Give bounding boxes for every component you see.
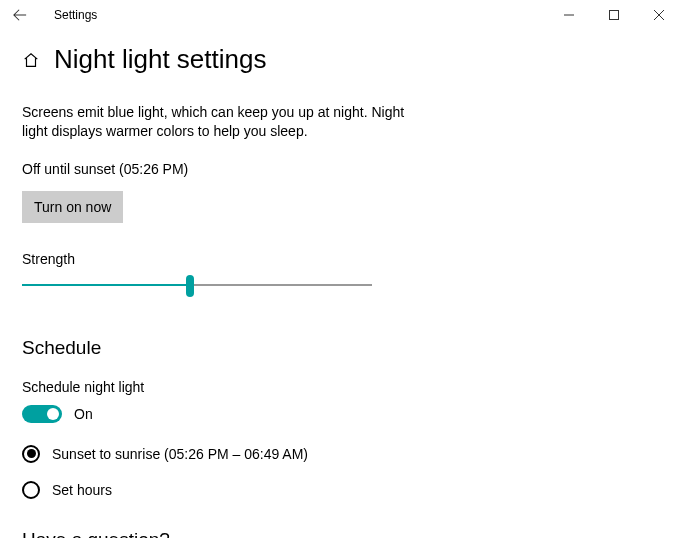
minimize-button[interactable] [546,0,591,30]
back-arrow-icon [13,8,27,22]
schedule-toggle-row: On [22,405,659,423]
strength-label: Strength [22,251,659,267]
radio-set-hours-label: Set hours [52,482,112,498]
window-title: Settings [40,8,97,22]
toggle-knob [47,408,59,420]
schedule-toggle-label: Schedule night light [22,379,659,395]
maximize-icon [609,10,619,20]
page-header: Night light settings [22,44,659,75]
radio-sunset-row[interactable]: Sunset to sunrise (05:26 PM – 06:49 AM) [22,445,659,463]
slider-fill [22,284,190,286]
radio-set-hours[interactable] [22,481,40,499]
page-title: Night light settings [54,44,266,75]
home-icon[interactable] [22,51,40,69]
slider-thumb[interactable] [186,275,194,297]
close-button[interactable] [636,0,681,30]
content-area: Night light settings Screens emit blue l… [0,44,681,538]
status-text: Off until sunset (05:26 PM) [22,161,659,177]
radio-sunset[interactable] [22,445,40,463]
back-button[interactable] [0,0,40,30]
schedule-toggle[interactable] [22,405,62,423]
close-icon [654,10,664,20]
window-controls [546,0,681,30]
help-heading: Have a question? [22,529,659,538]
radio-set-hours-row[interactable]: Set hours [22,481,659,499]
svg-rect-0 [609,11,618,20]
maximize-button[interactable] [591,0,636,30]
radio-sunset-label: Sunset to sunrise (05:26 PM – 06:49 AM) [52,446,308,462]
titlebar: Settings [0,0,681,30]
strength-slider[interactable] [22,273,372,297]
schedule-heading: Schedule [22,337,659,359]
schedule-toggle-state: On [74,406,93,422]
page-description: Screens emit blue light, which can keep … [22,103,412,141]
minimize-icon [564,10,574,20]
turn-on-button[interactable]: Turn on now [22,191,123,223]
